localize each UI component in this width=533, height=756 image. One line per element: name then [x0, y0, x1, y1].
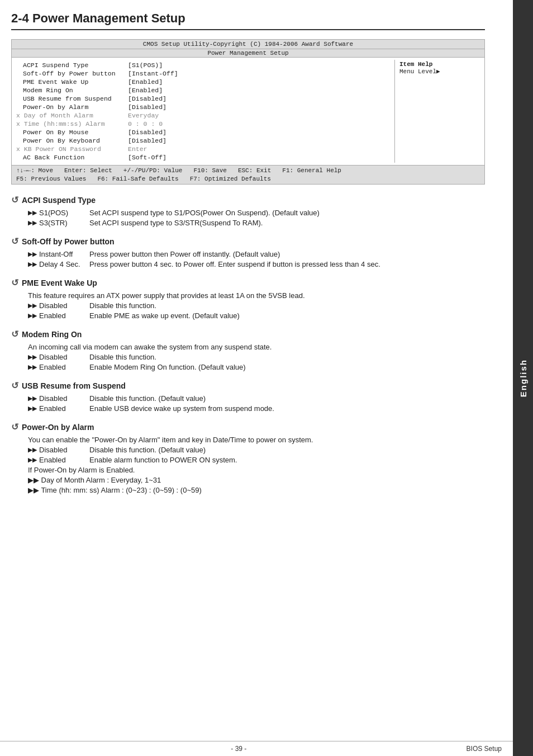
bios-row-label: x Day of Month Alarm [16, 112, 128, 119]
bios-row-value: [S1(POS)] [128, 62, 390, 69]
bios-setup-box: CMOS Setup Utility-Copyright (C) 1984-20… [11, 39, 485, 185]
subsection-title-text: Power-On by Alarm [22, 423, 94, 432]
side-tab: English [513, 0, 533, 756]
bios-row-label: PME Event Wake Up [16, 78, 128, 86]
bios-footer-help: F1: General Help [282, 167, 341, 174]
bullet-desc: Press power button then Power off instan… [89, 250, 485, 258]
bullet-desc: Enable Modem Ring On function. (Default … [89, 363, 485, 371]
bullet-label: Disabled [39, 394, 89, 403]
bullet-list: ▶▶DisabledDisable this function.▶▶Enable… [28, 301, 485, 320]
bullet-desc: Disable this function. (Default value) [89, 446, 485, 454]
bios-row[interactable]: Power On By Mouse[Disabled] [16, 128, 390, 136]
bullet-item: ▶▶EnabledEnable PME as wake up event. (D… [28, 311, 485, 320]
bios-row[interactable]: Power On By Keyboard[Disabled] [16, 136, 390, 145]
section-arrow-icon: ↺ [11, 422, 18, 432]
bios-row-value: [Disabled] [128, 95, 390, 102]
bullet-arrow-icon: ▶▶ [28, 251, 37, 258]
bios-row[interactable]: ACPI Suspend Type[S1(POS)] [16, 61, 390, 69]
subsection-title-power-on-alarm: ↺Power-On by Alarm [11, 422, 485, 432]
bios-row-value: [Enabled] [128, 87, 390, 94]
bios-row[interactable]: x Day of Month AlarmEveryday [16, 111, 390, 120]
sections-container: ↺ACPI Suspend Type▶▶S1(POS)Set ACPI susp… [11, 195, 485, 494]
bullet-item: ▶▶S1(POS)Set ACPI suspend type to S1/POS… [28, 209, 485, 217]
bullet-desc: Disable this function. [89, 353, 485, 361]
bullet-arrow-icon: ▶▶ [28, 395, 37, 402]
bullet-arrow-icon: ▶▶ [28, 353, 37, 361]
bios-footer-value: +/-/PU/PD: Value [123, 167, 183, 174]
bios-row-value: Everyday [128, 112, 390, 119]
side-tab-label: English [518, 359, 528, 397]
bullet-item: ▶▶DisabledDisable this function. (Defaul… [28, 394, 485, 403]
bullet-arrow-icon: ▶▶ [28, 219, 37, 226]
bios-row-value: [Instant-Off] [128, 70, 390, 77]
bios-row[interactable]: AC Back Function[Soft-Off] [16, 153, 390, 162]
bullet-desc: Enable PME as wake up event. (Default va… [89, 311, 485, 320]
bullet-item: ▶▶DisabledDisable this function. [28, 301, 485, 310]
bullet-desc: Set ACPI suspend type to S3/STR(Suspend … [89, 219, 485, 227]
subsection-title-text: Modem Ring On [22, 330, 82, 339]
bios-row-value: 0 : 0 : 0 [128, 120, 390, 127]
bios-footer-optimized: F7: Optimized Defaults [190, 176, 271, 182]
bios-row-label: x Time (hh:mm:ss) Alarm [16, 120, 128, 127]
bullet-list: ▶▶DisabledDisable this function.▶▶Enable… [28, 353, 485, 371]
extra-note: ▶▶ Time (hh: mm: ss) Alarm : (0~23) : (0… [28, 486, 485, 494]
bullet-item: ▶▶DisabledDisable this function. [28, 353, 485, 361]
bullet-list: ▶▶DisabledDisable this function. (Defaul… [28, 394, 485, 413]
bios-row-label: Power-On by Alarm [16, 103, 128, 111]
bios-row[interactable]: Soft-Off by Power button[Instant-Off] [16, 69, 390, 78]
bios-row[interactable]: USB Resume from Suspend[Disabled] [16, 94, 390, 103]
bios-footer-save: F10: Save [193, 167, 226, 174]
bullet-item: ▶▶DisabledDisable this function. (Defaul… [28, 446, 485, 454]
page-number: - 39 - [231, 745, 246, 753]
bios-row[interactable]: Power-On by Alarm[Disabled] [16, 103, 390, 111]
subsection-title-acpi-suspend-type: ↺ACPI Suspend Type [11, 195, 485, 205]
bullet-desc: Enable USB device wake up system from su… [89, 404, 485, 413]
bullet-label: Delay 4 Sec. [39, 260, 89, 268]
bios-help-title: Item Help [399, 61, 480, 68]
bullet-label: Disabled [39, 446, 89, 454]
bios-row[interactable]: x KB Power ON PasswordEnter [16, 145, 390, 153]
section-note: This feature requires an ATX power suppl… [28, 291, 485, 300]
bios-row-value: Enter [128, 145, 390, 153]
bios-footer-failsafe: F6: Fail-Safe Defaults [97, 176, 178, 182]
bullet-label: Enabled [39, 404, 89, 413]
bullet-desc: Disable this function. (Default value) [89, 394, 485, 403]
subsection-title-text: ACPI Suspend Type [22, 196, 96, 205]
subsection-pme-event: ↺PME Event Wake UpThis feature requires … [11, 277, 485, 320]
section-arrow-icon: ↺ [11, 236, 18, 247]
subsection-title-usb-resume: ↺USB Resume from Suspend [11, 380, 485, 391]
main-content: 2-4 Power Management Setup CMOS Setup Ut… [0, 0, 513, 514]
bios-row-label: Power On By Keyboard [16, 137, 128, 144]
bios-row[interactable]: x Time (hh:mm:ss) Alarm0 : 0 : 0 [16, 120, 390, 128]
bios-row-label: AC Back Function [16, 154, 128, 161]
bios-row-value: [Disabled] [128, 129, 390, 136]
subsection-usb-resume: ↺USB Resume from Suspend▶▶DisabledDisabl… [11, 380, 485, 413]
bullet-arrow-icon: ▶▶ [28, 209, 37, 216]
bios-row[interactable]: Modem Ring On[Enabled] [16, 86, 390, 94]
bios-title: CMOS Setup Utility-Copyright (C) 1984-20… [12, 40, 484, 49]
bios-body: ACPI Suspend Type[S1(POS)]Soft-Off by Po… [12, 58, 484, 165]
bios-settings-panel: ACPI Suspend Type[S1(POS)]Soft-Off by Po… [12, 60, 395, 163]
bullet-arrow-icon: ▶▶ [28, 405, 37, 412]
bullet-arrow-icon: ▶▶ [28, 312, 37, 319]
bios-row-label: USB Resume from Suspend [16, 95, 128, 102]
bios-footer-prev: F5: Previous Values [16, 176, 86, 182]
bullet-desc: Disable this function. [89, 301, 485, 310]
bullet-item: ▶▶S3(STR)Set ACPI suspend type to S3/STR… [28, 219, 485, 227]
bios-row[interactable]: PME Event Wake Up[Enabled] [16, 78, 390, 86]
bullet-arrow-icon: ▶▶ [28, 302, 37, 309]
bullet-label: Instant-Off [39, 250, 89, 258]
bios-footer-row2: F5: Previous Values F6: Fail-Safe Defaul… [12, 176, 484, 184]
bios-row-label: Power On By Mouse [16, 129, 128, 136]
section-note: You can enable the "Power-On by Alarm" i… [28, 436, 485, 444]
subsection-soft-off: ↺Soft-Off by Power button▶▶Instant-OffPr… [11, 236, 485, 268]
bullet-item: ▶▶EnabledEnable USB device wake up syste… [28, 404, 485, 413]
bullet-label: Enabled [39, 456, 89, 464]
bios-row-label: ACPI Suspend Type [16, 62, 128, 69]
bios-row-value: [Enabled] [128, 78, 390, 86]
bios-footer-bottom: F5: Previous Values F6: Fail-Safe Defaul… [16, 176, 271, 182]
bios-subtitle: Power Management Setup [12, 49, 484, 58]
bios-help-menu-level: Menu Level▶ [399, 68, 480, 75]
bullet-arrow-icon: ▶▶ [28, 363, 37, 371]
subsection-title-text: USB Resume from Suspend [22, 381, 126, 390]
